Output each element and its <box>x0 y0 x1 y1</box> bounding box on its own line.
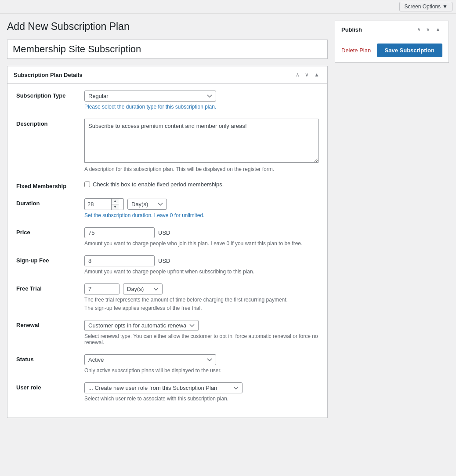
price-input[interactable] <box>84 227 155 238</box>
free-trial-help2: The sign-up fee applies regardless of th… <box>84 305 318 311</box>
duration-number-wrapper: ▲ ▼ <box>84 198 124 210</box>
screen-options-chevron: ▼ <box>442 4 448 10</box>
price-control: USD Amount you want to charge people who… <box>84 227 318 247</box>
free-trial-control: Day(s) Week(s) Month(s) The free trial r… <box>84 283 318 311</box>
free-trial-input[interactable] <box>84 283 119 294</box>
renewal-help: Select renewal type. You can either allo… <box>84 333 318 345</box>
duration-increment-button[interactable]: ▲ <box>112 199 119 204</box>
signup-fee-input[interactable] <box>84 255 155 266</box>
delete-plan-link[interactable]: Delete Plan <box>341 47 371 54</box>
duration-row: Duration ▲ ▼ Day(s) <box>16 198 318 218</box>
description-control: Subscribe to access premium content and … <box>84 119 318 172</box>
duration-inputs: ▲ ▼ Day(s) Week(s) Month(s) Year(s) <box>84 198 318 210</box>
user-role-help: Select which user role to associate with… <box>84 396 318 402</box>
description-textarea[interactable]: Subscribe to access premium content and … <box>84 119 318 163</box>
price-currency: USD <box>158 229 170 236</box>
price-row: Price USD Amount you want to charge peop… <box>16 227 318 247</box>
free-trial-label: Free Trial <box>16 283 84 292</box>
user-role-select[interactable]: ... Create new user role from this Subsc… <box>84 382 242 393</box>
duration-control: ▲ ▼ Day(s) Week(s) Month(s) Year(s) <box>84 198 318 218</box>
fixed-membership-row: Fixed Membership Check this box to enabl… <box>16 181 318 189</box>
user-role-row: User role ... Create new user role from … <box>16 382 318 402</box>
signup-fee-row: Sign-up Fee USD Amount you want to charg… <box>16 255 318 275</box>
publish-panel-title: Publish <box>341 26 362 33</box>
publish-down-button[interactable]: ∨ <box>424 25 432 33</box>
signup-fee-control: USD Amount you want to charge people upf… <box>84 255 318 275</box>
panel-up-button[interactable]: ∧ <box>294 71 301 79</box>
publish-panel-header: Publish ∧ ∨ ▲ <box>335 21 449 38</box>
renewal-label: Renewal <box>16 320 84 328</box>
duration-decrement-button[interactable]: ▼ <box>112 204 119 210</box>
status-help: Only active subscription plans will be d… <box>84 367 318 374</box>
panel-collapse-button[interactable]: ▲ <box>312 71 321 79</box>
panel-body: Subscription Type Regular One-Time Lifet… <box>7 84 327 418</box>
duration-number-input[interactable] <box>85 199 111 209</box>
publish-panel-controls: ∧ ∨ ▲ <box>415 25 442 33</box>
price-help: Amount you want to charge people who joi… <box>84 240 318 247</box>
publish-up-button[interactable]: ∧ <box>415 25 423 33</box>
subscription-type-control: Regular One-Time Lifetime Please select … <box>84 91 318 110</box>
price-label: Price <box>16 227 84 236</box>
screen-options-button[interactable]: Screen Options ▼ <box>399 2 452 11</box>
panel-title: Subscription Plan Details <box>14 72 83 78</box>
status-control: Active Inactive Only active subscription… <box>84 354 318 374</box>
status-label: Status <box>16 354 84 363</box>
renewal-row: Renewal Customer opts in for automatic r… <box>16 320 318 345</box>
panel-controls: ∧ ∨ ▲ <box>294 71 321 79</box>
fixed-membership-control: Check this box to enable fixed period me… <box>84 181 318 188</box>
signup-fee-help: Amount you want to charge people upfront… <box>84 269 318 275</box>
fixed-membership-checkbox-text: Check this box to enable fixed period me… <box>93 181 224 188</box>
duration-spinner: ▲ ▼ <box>111 199 119 210</box>
fixed-membership-checkbox-label[interactable]: Check this box to enable fixed period me… <box>84 181 318 188</box>
publish-panel: Publish ∧ ∨ ▲ Delete Plan Save Subscript… <box>335 21 449 63</box>
price-inputs: USD <box>84 227 318 238</box>
fixed-membership-label: Fixed Membership <box>16 181 84 189</box>
duration-unit-select[interactable]: Day(s) Week(s) Month(s) Year(s) <box>127 199 167 210</box>
description-label: Description <box>16 119 84 127</box>
free-trial-help1: The free trial represents the amount of … <box>84 297 318 303</box>
fixed-membership-checkbox[interactable] <box>84 182 90 187</box>
user-role-label: User role <box>16 382 84 391</box>
subscription-details-panel: Subscription Plan Details ∧ ∨ ▲ Subscrip… <box>7 66 328 418</box>
publish-panel-body: Delete Plan Save Subscription <box>335 38 449 62</box>
user-role-control: ... Create new user role from this Subsc… <box>84 382 318 402</box>
free-trial-unit-select[interactable]: Day(s) Week(s) Month(s) <box>123 283 163 294</box>
subscription-type-label: Subscription Type <box>16 91 84 99</box>
duration-help: Set the subscription duration. Leave 0 f… <box>84 212 318 218</box>
duration-label: Duration <box>16 198 84 207</box>
page-title: Add New Subscription Plan <box>7 21 328 33</box>
free-trial-inputs: Day(s) Week(s) Month(s) <box>84 283 318 294</box>
status-row: Status Active Inactive Only active subsc… <box>16 354 318 374</box>
save-subscription-button[interactable]: Save Subscription <box>377 44 442 57</box>
subscription-type-select[interactable]: Regular One-Time Lifetime <box>84 91 216 102</box>
publish-collapse-button[interactable]: ▲ <box>434 25 442 33</box>
panel-header: Subscription Plan Details ∧ ∨ ▲ <box>7 66 327 84</box>
subscription-type-row: Subscription Type Regular One-Time Lifet… <box>16 91 318 110</box>
status-select[interactable]: Active Inactive <box>84 354 216 365</box>
screen-options-label: Screen Options <box>404 4 441 10</box>
signup-fee-label: Sign-up Fee <box>16 255 84 264</box>
signup-fee-inputs: USD <box>84 255 318 266</box>
renewal-select[interactable]: Customer opts in for automatic renewal F… <box>84 320 199 331</box>
subscription-title-input[interactable] <box>7 40 328 59</box>
publish-actions: Delete Plan Save Subscription <box>341 44 442 57</box>
description-help: A description for this subscription plan… <box>84 166 318 172</box>
free-trial-row: Free Trial Day(s) Week(s) Month(s) The f… <box>16 283 318 311</box>
subscription-type-help: Please select the duration type for this… <box>84 104 318 110</box>
renewal-control: Customer opts in for automatic renewal F… <box>84 320 318 345</box>
description-row: Description Subscribe to access premium … <box>16 119 318 172</box>
signup-fee-currency: USD <box>158 258 170 264</box>
panel-down-button[interactable]: ∨ <box>303 71 311 79</box>
